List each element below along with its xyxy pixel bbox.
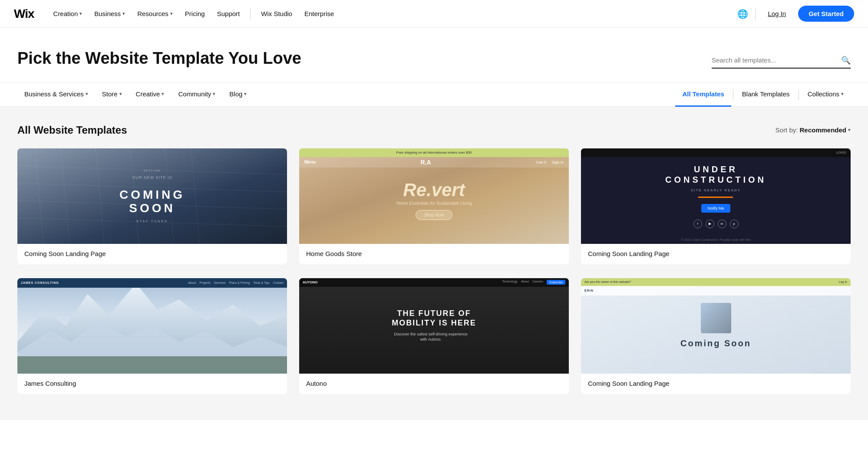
card-label: Coming Soon Landing Page	[17, 244, 287, 264]
sort-by-control[interactable]: Sort by: Recommended ▾	[776, 126, 851, 134]
logo[interactable]: Wix	[14, 7, 34, 21]
view-button[interactable]: View	[683, 188, 714, 204]
card-image: Free shipping on all international order…	[299, 148, 569, 244]
cat-item-business-services[interactable]: Business & Services ▾	[17, 82, 95, 107]
login-button[interactable]: Log In	[762, 7, 791, 21]
template-card[interactable]: AUTONO Technology About Careers Subscrib…	[299, 278, 569, 394]
nav-item-business[interactable]: Business ▾	[89, 7, 130, 21]
cat-separator	[733, 89, 733, 100]
main-nav: Creation ▾ Business ▾ Resources ▾ Pricin…	[48, 7, 738, 21]
card-image: SKYLINE OUR NEW SITE IS COMINGSOON STAY …	[17, 148, 287, 244]
edit-button[interactable]: Edit	[719, 188, 748, 204]
template-grid: SKYLINE OUR NEW SITE IS COMINGSOON STAY …	[17, 148, 851, 394]
card-image: Are you the owner of this website? Log I…	[581, 278, 851, 374]
section-title: All Website Templates	[17, 124, 127, 136]
card-image: JAMES CONSULTING About Projects Services…	[17, 278, 287, 374]
card-label: James Consulting	[17, 374, 287, 394]
page-title: Pick the Website Template You Love	[17, 49, 301, 69]
cat-item-collections[interactable]: Collections ▾	[801, 82, 851, 107]
chevron-down-icon: ▾	[162, 91, 164, 97]
chevron-down-icon: ▾	[170, 11, 173, 16]
section-header: All Website Templates Sort by: Recommend…	[17, 124, 851, 136]
view-button[interactable]: View	[401, 318, 432, 334]
navbar-right: 🌐 Log In Get Started	[737, 6, 854, 22]
main-content: All Website Templates Sort by: Recommend…	[0, 107, 868, 420]
cat-item-all-templates[interactable]: All Templates	[675, 82, 731, 107]
chevron-down-icon: ▾	[244, 91, 247, 97]
card-label: Coming Soon Landing Page	[581, 244, 851, 264]
edit-button[interactable]: Edit	[438, 318, 466, 334]
edit-button[interactable]: Edit	[438, 188, 466, 204]
template-card[interactable]: LOGO UNDERCONSTRUCTION SITE NEARLY READY…	[581, 148, 851, 264]
edit-button[interactable]: Edit	[156, 318, 185, 334]
view-button[interactable]: View	[119, 318, 151, 334]
card-label: Autono	[299, 374, 569, 394]
nav-item-wix-studio[interactable]: Wix Studio	[256, 7, 297, 21]
chevron-down-icon: ▾	[848, 127, 851, 133]
hero-section: Pick the Website Template You Love 🔍	[0, 28, 868, 82]
card-label: Coming Soon Landing Page	[581, 374, 851, 394]
template-card[interactable]: SKYLINE OUR NEW SITE IS COMINGSOON STAY …	[17, 148, 287, 264]
nav-separator	[250, 9, 251, 19]
category-nav: Business & Services ▾ Store ▾ Creative ▾…	[0, 82, 868, 107]
template-card[interactable]: Free shipping on all international order…	[299, 148, 569, 264]
cat-item-blog[interactable]: Blog ▾	[222, 82, 254, 107]
nav-item-resources[interactable]: Resources ▾	[132, 7, 178, 21]
search-container: 🔍	[712, 56, 851, 69]
cat-item-store[interactable]: Store ▾	[95, 82, 129, 107]
nav-right-separator	[755, 9, 756, 19]
search-input[interactable]	[712, 56, 838, 64]
view-button[interactable]: View	[401, 188, 432, 204]
edit-button[interactable]: Edit	[156, 188, 185, 204]
get-started-button[interactable]: Get Started	[798, 6, 854, 22]
chevron-down-icon: ▾	[122, 11, 125, 16]
edit-button[interactable]: Edit	[719, 318, 748, 334]
card-image: AUTONO Technology About Careers Subscrib…	[299, 278, 569, 374]
chevron-down-icon: ▾	[119, 91, 122, 97]
globe-icon[interactable]: 🌐	[737, 9, 748, 19]
nav-item-enterprise[interactable]: Enterprise	[299, 7, 339, 21]
card-image: LOGO UNDERCONSTRUCTION SITE NEARLY READY…	[581, 148, 851, 244]
card-label: Home Goods Store	[299, 244, 569, 264]
cat-item-blank-templates[interactable]: Blank Templates	[735, 82, 797, 107]
search-icon[interactable]: 🔍	[841, 56, 851, 65]
template-card[interactable]: JAMES CONSULTING About Projects Services…	[17, 278, 287, 394]
cat-item-creative[interactable]: Creative ▾	[129, 82, 172, 107]
nav-item-creation[interactable]: Creation ▾	[48, 7, 88, 21]
view-button[interactable]: View	[119, 188, 151, 204]
chevron-down-icon: ▾	[841, 91, 844, 97]
chevron-down-icon: ▾	[86, 91, 88, 97]
cat-item-community[interactable]: Community ▾	[171, 82, 222, 107]
cat-separator-2	[799, 89, 799, 100]
nav-item-pricing[interactable]: Pricing	[180, 7, 210, 21]
nav-item-support[interactable]: Support	[212, 7, 245, 21]
navbar: Wix Creation ▾ Business ▾ Resources ▾ Pr…	[0, 0, 868, 28]
view-button[interactable]: View	[683, 318, 714, 334]
template-card[interactable]: Are you the owner of this website? Log I…	[581, 278, 851, 394]
chevron-down-icon: ▾	[79, 11, 82, 16]
chevron-down-icon: ▾	[213, 91, 215, 97]
